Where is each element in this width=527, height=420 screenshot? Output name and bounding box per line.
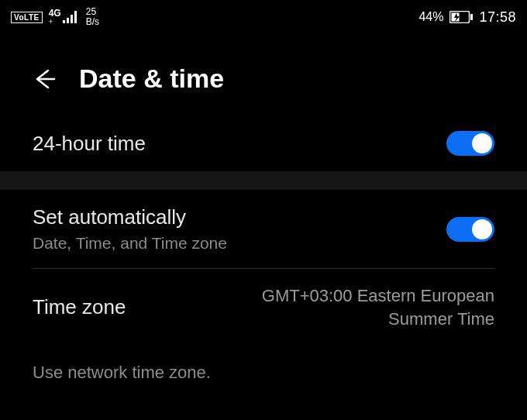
back-arrow-icon [31, 66, 57, 92]
status-clock: 17:58 [479, 9, 516, 26]
note-use-network-tz: Use network time zone. [0, 346, 527, 383]
header: Date & time [0, 34, 527, 115]
network-indicator: 4G + [49, 9, 78, 26]
network-sub: + [49, 18, 61, 26]
row-auto-label: Set automatically [33, 205, 446, 229]
toggle-set-automatically[interactable] [446, 217, 494, 242]
svg-rect-3 [74, 11, 77, 23]
row-set-automatically[interactable]: Set automatically Date, Time, and Time z… [0, 190, 527, 268]
status-bar: VoLTE 4G + 25 B/s 44% 17:58 [0, 0, 527, 34]
row-time-zone[interactable]: Time zone GMT+03:00 Eastern European Sum… [0, 269, 527, 346]
status-left: VoLTE 4G + 25 B/s [11, 7, 99, 27]
svg-rect-6 [470, 14, 473, 20]
row-24-hour-time[interactable]: 24-hour time [0, 115, 527, 171]
toggle-24-hour[interactable] [446, 131, 494, 156]
status-right: 44% 17:58 [418, 9, 516, 26]
row-tz-label: Time zone [33, 295, 231, 319]
signal-icon [63, 11, 78, 23]
svg-rect-0 [63, 20, 65, 23]
row-24-hour-label: 24-hour time [33, 132, 446, 156]
battery-percent: 44% [418, 10, 443, 24]
volte-badge: VoLTE [11, 12, 43, 23]
network-label: 4G [49, 9, 61, 18]
row-tz-value: GMT+03:00 Eastern European Summer Time [231, 284, 494, 330]
battery-icon [450, 11, 473, 23]
data-speed: 25 B/s [86, 7, 99, 27]
back-button[interactable] [31, 66, 57, 92]
svg-rect-1 [67, 18, 69, 23]
svg-rect-2 [71, 15, 73, 23]
data-speed-unit: B/s [86, 17, 99, 27]
page-title: Date & time [79, 64, 224, 94]
row-auto-sub: Date, Time, and Time zone [33, 234, 446, 253]
section-gap [0, 171, 527, 190]
